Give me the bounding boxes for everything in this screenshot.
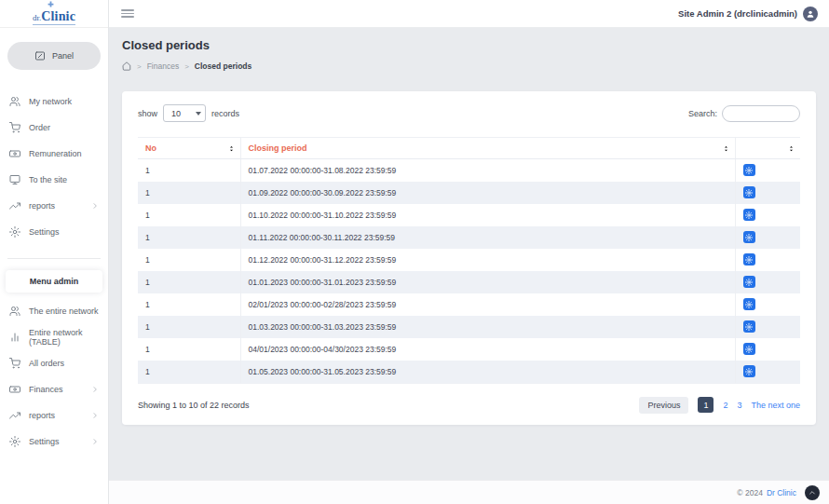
brand-logo[interactable]: dr.Clinic bbox=[0, 0, 108, 28]
cell-no: 1 bbox=[138, 361, 240, 383]
table-row: 1 01.12.2022 00:00:00-31.12.2022 23:59:5… bbox=[138, 249, 800, 271]
gear-icon bbox=[745, 256, 753, 264]
row-settings-button[interactable] bbox=[743, 231, 755, 243]
sidebar-item-to-the-site[interactable]: To the site bbox=[0, 167, 108, 193]
table-row: 1 01.07.2022 00:00:00-31.08.2022 23:59:5… bbox=[138, 159, 800, 182]
column-header-actions[interactable] bbox=[735, 138, 800, 159]
gear-icon bbox=[745, 301, 753, 308]
page-number[interactable]: 2 bbox=[723, 401, 727, 410]
cell-closing-period: 01.12.2022 00:00:00-31.12.2022 23:59:59 bbox=[240, 249, 735, 271]
main-area: Site Admin 2 (drclinicadmin) Closed peri… bbox=[109, 0, 829, 504]
table-row: 1 01.03.2023 00:00:00-31.03.2023 23:59:5… bbox=[138, 316, 800, 338]
gear-icon bbox=[745, 279, 753, 286]
sidebar-menu-admin: The entire network Entire network (TABLE… bbox=[0, 298, 108, 455]
row-settings-button[interactable] bbox=[743, 320, 755, 333]
table-row: 1 02/01/2023 00:00:00-02/28/2023 23:59:5… bbox=[138, 293, 800, 316]
table-row: 1 01.11.2022 00:00:00-30.11.2022 23:59:5… bbox=[138, 226, 800, 249]
breadcrumb-separator: > bbox=[137, 62, 142, 71]
cell-no: 1 bbox=[138, 182, 240, 204]
sidebar-item-settings[interactable]: Settings bbox=[0, 219, 108, 245]
gear-icon bbox=[745, 234, 753, 241]
sidebar-item-order[interactable]: Order bbox=[0, 115, 108, 141]
panel-label: Panel bbox=[52, 51, 74, 61]
sidebar-item-panel[interactable]: Panel bbox=[7, 42, 101, 70]
row-settings-button[interactable] bbox=[743, 209, 755, 221]
cell-no: 1 bbox=[138, 293, 240, 316]
closed-periods-card: show 10 records Search: No bbox=[122, 91, 816, 425]
previous-page-button[interactable]: Previous bbox=[639, 397, 688, 414]
home-icon[interactable] bbox=[122, 61, 131, 71]
medical-cross-icon bbox=[48, 1, 54, 7]
sidebar-item-my-network[interactable]: My network bbox=[0, 89, 108, 115]
sidebar-item-remuneration[interactable]: Remuneration bbox=[0, 141, 108, 167]
gear-icon bbox=[9, 436, 20, 447]
sidebar-item-entire-network[interactable]: The entire network bbox=[0, 298, 108, 324]
cell-closing-period: 01.10.2022 00:00:00-31.10.2022 23:59:59 bbox=[240, 204, 735, 226]
column-header-no[interactable]: No bbox=[138, 138, 240, 159]
footer-brand-link[interactable]: Dr Clinic bbox=[767, 488, 796, 497]
users-icon bbox=[9, 96, 20, 107]
table-controls: show 10 records Search: bbox=[138, 104, 800, 122]
show-label: show bbox=[138, 109, 157, 118]
sidebar-item-entire-network-table[interactable]: Entire network (TABLE) bbox=[0, 324, 108, 350]
cell-closing-period: 01.07.2022 00:00:00-31.08.2022 23:59:59 bbox=[240, 159, 735, 182]
copyright-text: © 2024 bbox=[737, 488, 763, 497]
breadcrumb-current: Closed periods bbox=[195, 61, 251, 71]
money-icon bbox=[9, 384, 20, 395]
row-settings-button[interactable] bbox=[743, 343, 755, 355]
cell-no: 1 bbox=[138, 249, 240, 271]
gear-icon bbox=[745, 323, 753, 331]
hamburger-menu-icon[interactable] bbox=[121, 9, 134, 18]
cell-closing-period: 01.05.2023 00:00:00-31.05.2023 23:59:59 bbox=[240, 361, 735, 383]
cell-no: 1 bbox=[138, 204, 240, 226]
chevron-right-icon bbox=[91, 202, 99, 210]
table-body: 1 01.07.2022 00:00:00-31.08.2022 23:59:5… bbox=[138, 159, 800, 383]
row-settings-button[interactable] bbox=[743, 298, 755, 310]
sort-icon bbox=[787, 144, 795, 153]
user-name: Site Admin 2 (drclinicadmin) bbox=[678, 8, 797, 19]
cell-no: 1 bbox=[138, 271, 240, 293]
sidebar-item-admin-settings[interactable]: Settings bbox=[0, 429, 108, 455]
cart-icon bbox=[9, 358, 20, 369]
page-title: Closed periods bbox=[122, 38, 816, 52]
cell-no: 1 bbox=[138, 316, 240, 338]
records-summary: Showing 1 to 10 of 22 records bbox=[138, 401, 250, 410]
row-settings-button[interactable] bbox=[743, 164, 755, 176]
menu-admin-heading: Menu admin bbox=[6, 270, 102, 293]
scroll-to-top-button[interactable] bbox=[805, 485, 820, 500]
row-settings-button[interactable] bbox=[743, 276, 755, 288]
chevron-right-icon bbox=[91, 412, 99, 419]
row-settings-button[interactable] bbox=[743, 253, 755, 266]
gear-icon bbox=[9, 226, 20, 238]
gear-icon bbox=[745, 368, 753, 375]
sidebar-item-reports[interactable]: reports bbox=[0, 193, 108, 219]
column-header-closing-period[interactable]: Closing period bbox=[240, 138, 735, 159]
cell-closing-period: 01.01.2023 00:00:00-31.01.2023 23:59:59 bbox=[240, 271, 735, 293]
next-page-link[interactable]: The next one bbox=[751, 401, 800, 410]
gear-icon bbox=[745, 167, 753, 174]
row-settings-button[interactable] bbox=[743, 365, 755, 377]
sidebar: dr.Clinic Panel My network Order Remuner… bbox=[0, 0, 109, 504]
page-number[interactable]: 3 bbox=[737, 401, 741, 410]
breadcrumb-finances[interactable]: Finances bbox=[147, 61, 180, 71]
sidebar-item-admin-reports[interactable]: reports bbox=[0, 402, 108, 429]
pagination: Previous 123 The next one bbox=[639, 397, 800, 414]
page-size-control: show 10 records bbox=[138, 104, 239, 122]
cart-icon bbox=[9, 122, 20, 133]
page-size-select[interactable]: 10 bbox=[163, 104, 206, 122]
logo-main: Clinic bbox=[41, 9, 75, 23]
page-number[interactable]: 1 bbox=[698, 397, 713, 413]
top-header: Site Admin 2 (drclinicadmin) bbox=[109, 0, 829, 28]
cell-closing-period: 04/01/2023 00:00:00-04/30/2023 23:59:59 bbox=[240, 338, 735, 361]
table-row: 1 01.01.2023 00:00:00-31.01.2023 23:59:5… bbox=[138, 271, 800, 293]
sidebar-item-finances[interactable]: Finances bbox=[0, 376, 108, 402]
row-settings-button[interactable] bbox=[743, 186, 755, 198]
user-menu[interactable]: Site Admin 2 (drclinicadmin) bbox=[678, 7, 818, 21]
person-icon bbox=[806, 9, 815, 19]
sidebar-item-all-orders[interactable]: All orders bbox=[0, 350, 108, 376]
money-icon bbox=[9, 148, 20, 159]
breadcrumb-separator: > bbox=[184, 62, 189, 71]
trending-up-icon bbox=[9, 200, 20, 211]
chevron-right-icon bbox=[91, 386, 99, 393]
search-input[interactable] bbox=[722, 105, 800, 122]
